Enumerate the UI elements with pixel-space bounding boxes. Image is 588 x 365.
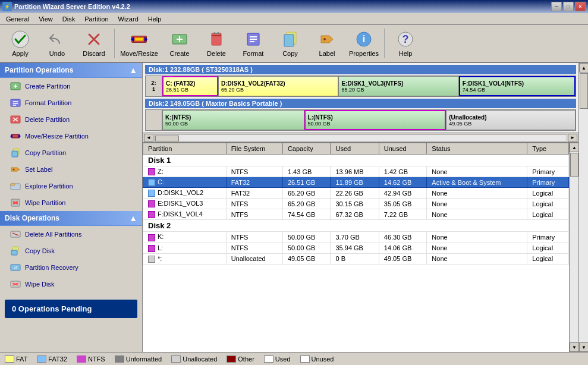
sidebar-partition-recovery[interactable]: ↺ Partition Recovery: [0, 259, 142, 276]
disk1-label: Z: 1: [146, 76, 162, 96]
partition-l[interactable]: L:(NTFS) 50.00 GB: [304, 110, 446, 130]
help-button[interactable]: ? Help: [388, 26, 423, 61]
move-resize-button[interactable]: Move/Resize: [118, 26, 161, 61]
legend-unallocated-box: [171, 355, 181, 363]
col-filesystem: File System: [226, 143, 282, 155]
menu-view[interactable]: View: [34, 14, 58, 24]
table-row[interactable]: F:DISK1_VOL4 NTFS 74.54 GB 67.32 GB 7.22…: [143, 209, 569, 220]
scroll-track[interactable]: [154, 134, 567, 141]
sidebar-wipe-disk[interactable]: Wipe Disk: [0, 276, 142, 292]
table-row[interactable]: D:DISK1_VOL2 FAT32 65.20 GB 22.26 GB 42.…: [143, 188, 569, 199]
disk-ops-collapse[interactable]: ▲: [129, 213, 137, 223]
wipe-disk-icon: [10, 278, 21, 290]
create-icon: [170, 30, 189, 49]
label-button[interactable]: Label: [309, 26, 345, 61]
main-vertical-scrollbar[interactable]: ▲ ▼: [578, 63, 588, 352]
sidebar-delete-all-partitions[interactable]: Delete All Partitions: [0, 226, 142, 243]
main-scroll-down[interactable]: ▼: [579, 342, 588, 352]
main-scroll-thumb[interactable]: [580, 73, 588, 109]
vertical-scrollbar[interactable]: ▲ ▼: [569, 143, 578, 352]
disk-ops-header[interactable]: Disk Operations ▲: [0, 211, 142, 226]
partition-f[interactable]: F:DISK1_VOL4(NTFS) 74.54 GB: [459, 76, 576, 96]
delete-button[interactable]: Delete: [199, 26, 234, 61]
sidebar-move-resize-partition[interactable]: Move/Resize Partition: [0, 128, 142, 144]
move-resize-icon: [130, 30, 149, 49]
delete-label: Delete: [207, 50, 226, 57]
format-button[interactable]: Format: [235, 26, 271, 61]
create-button[interactable]: Create: [162, 26, 197, 61]
delete-partition-icon: [10, 114, 21, 125]
col-used: Used: [331, 143, 379, 155]
menu-partition[interactable]: Partition: [80, 14, 113, 24]
partition-e[interactable]: E:DISK1_VOL3(NTFS) 65.20 GB: [338, 76, 458, 96]
scroll-right-btn[interactable]: ►: [568, 134, 577, 142]
fs-color-ntfs: [148, 234, 155, 241]
copy-partition-icon: [10, 147, 21, 159]
window-controls[interactable]: − □ ×: [551, 2, 586, 11]
table-row[interactable]: *: Unallocated 49.05 GB 0 B 49.05 GB Non…: [143, 253, 569, 264]
main-scroll-track[interactable]: [579, 73, 588, 342]
maximize-button[interactable]: □: [563, 2, 574, 11]
toolbar: Apply Undo Discard Move/Resize: [0, 25, 588, 63]
table-row-selected[interactable]: C: FAT32 26.51 GB 11.89 GB 14.62 GB Acti…: [143, 177, 569, 188]
properties-button[interactable]: i Properties: [346, 26, 382, 61]
svg-point-20: [323, 38, 326, 40]
legend-other: Other: [227, 355, 254, 363]
fs-color-ntfs: [148, 211, 155, 218]
menu-general[interactable]: General: [1, 14, 34, 24]
menu-disk[interactable]: Disk: [58, 14, 80, 24]
scroll-up-btn[interactable]: ▲: [570, 143, 578, 152]
legend-unused-box: [300, 355, 310, 363]
undo-button[interactable]: Undo: [39, 26, 75, 61]
help-icon: ?: [396, 30, 415, 49]
table-scroll: Partition File System Capacity Used Unus…: [143, 143, 569, 352]
fs-color-ntfs: [148, 200, 155, 207]
scroll-thumb-v[interactable]: [570, 153, 578, 177]
close-button[interactable]: ×: [575, 2, 586, 11]
apply-button[interactable]: Apply: [2, 26, 38, 61]
copy-button[interactable]: Copy: [272, 26, 308, 61]
horizontal-scrollbar[interactable]: ◄ ►: [143, 133, 578, 143]
scroll-left-btn[interactable]: ◄: [144, 134, 153, 142]
sidebar-explore-partition[interactable]: Explore Partition: [0, 178, 142, 194]
legend-unused-label: Unused: [312, 355, 334, 363]
table-row[interactable]: L: NTFS 50.00 GB 35.94 GB 14.06 GB None …: [143, 243, 569, 253]
disk1-row: Z: 1 C: (FAT32) 26.51 GB D:DISK1_VOL2(FA…: [145, 75, 576, 97]
sidebar-copy-disk[interactable]: Copy Disk: [0, 243, 142, 259]
sidebar-set-label[interactable]: Set Label: [0, 161, 142, 178]
scroll-down-btn[interactable]: ▼: [570, 342, 578, 352]
menu-help[interactable]: Help: [143, 14, 166, 24]
partition-c[interactable]: C: (FAT32) 26.51 GB: [162, 76, 218, 96]
scroll-track-v[interactable]: [570, 152, 578, 342]
discard-button[interactable]: Discard: [76, 26, 112, 61]
main-scroll-up[interactable]: ▲: [579, 63, 588, 73]
partition-table: Partition File System Capacity Used Unus…: [143, 143, 569, 265]
delete-all-icon: [10, 228, 21, 240]
legend-unformatted-box: [115, 355, 124, 363]
sidebar-wipe-partition[interactable]: Wipe Partition: [0, 194, 142, 211]
separator-2: [384, 29, 385, 58]
table-row[interactable]: Z: NTFS 1.43 GB 13.96 MB 1.42 GB None Pr…: [143, 166, 569, 177]
apply-label: Apply: [12, 50, 29, 57]
legend-fat-box: [5, 355, 14, 363]
sidebar-delete-partition[interactable]: Delete Partition: [0, 111, 142, 128]
partition-d[interactable]: D:DISK1_VOL2(FAT32) 65.20 GB: [218, 76, 338, 96]
partition-unalloc[interactable]: (Unallocated) 49.05 GB: [446, 110, 576, 130]
table-row[interactable]: K: NTFS 50.00 GB 3.70 GB 46.30 GB None P…: [143, 232, 569, 243]
menu-wizard[interactable]: Wizard: [114, 14, 143, 24]
content-area: Disk:1 232.88GB ( ST3250318AS ) Z: 1 C: …: [143, 63, 588, 352]
partition-recovery-icon: ↺: [10, 262, 21, 273]
sidebar-copy-partition[interactable]: Copy Partition: [0, 144, 142, 161]
copy-disk-label: Copy Disk: [25, 247, 55, 254]
sidebar-format-partition[interactable]: Format Partition: [0, 95, 142, 111]
partition-k[interactable]: K:(NTFS) 50.00 GB: [162, 110, 304, 130]
discard-icon: [84, 30, 103, 49]
scroll-thumb[interactable]: [155, 136, 179, 141]
sidebar-create-partition[interactable]: Create Partition: [0, 78, 142, 95]
disk2-group-header: Disk 2: [143, 220, 569, 232]
legend-unformatted: Unformatted: [115, 355, 162, 363]
partition-ops-header[interactable]: Partition Operations ▲: [0, 63, 142, 78]
minimize-button[interactable]: −: [551, 2, 562, 11]
table-row[interactable]: E:DISK1_VOL3 NTFS 65.20 GB 30.15 GB 35.0…: [143, 199, 569, 209]
partition-ops-collapse[interactable]: ▲: [129, 65, 137, 75]
